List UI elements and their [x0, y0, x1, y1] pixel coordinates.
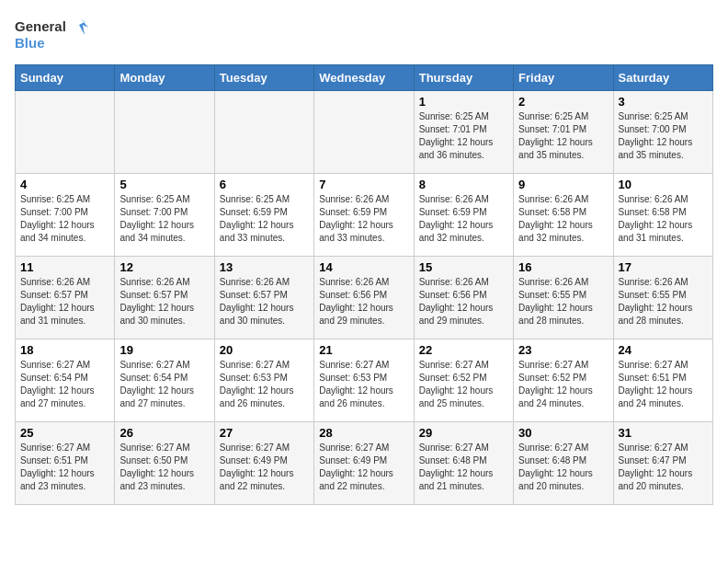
day-number: 13: [220, 260, 309, 274]
day-info: Sunrise: 6:27 AM Sunset: 6:53 PM Dayligh…: [220, 359, 309, 410]
calendar-cell: 2Sunrise: 6:25 AM Sunset: 7:01 PM Daylig…: [514, 91, 613, 174]
day-info: Sunrise: 6:27 AM Sunset: 6:54 PM Dayligh…: [20, 359, 109, 410]
calendar-cell: 25Sunrise: 6:27 AM Sunset: 6:51 PM Dayli…: [16, 422, 115, 505]
calendar-cell: 24Sunrise: 6:27 AM Sunset: 6:51 PM Dayli…: [613, 339, 712, 422]
day-number: 9: [518, 178, 608, 191]
calendar-cell: 22Sunrise: 6:27 AM Sunset: 6:52 PM Dayli…: [414, 339, 513, 422]
calendar-cell: [115, 91, 214, 174]
calendar-cell: 8Sunrise: 6:26 AM Sunset: 6:59 PM Daylig…: [414, 174, 513, 257]
day-number: 18: [20, 343, 109, 357]
day-number: 2: [518, 95, 608, 109]
day-number: 17: [619, 260, 708, 274]
day-info: Sunrise: 6:26 AM Sunset: 6:58 PM Dayligh…: [619, 193, 708, 245]
calendar-cell: 11Sunrise: 6:26 AM Sunset: 6:57 PM Dayli…: [16, 257, 115, 339]
calendar-cell: 5Sunrise: 6:25 AM Sunset: 7:00 PM Daylig…: [115, 174, 214, 257]
day-number: 26: [119, 426, 209, 440]
day-header-wednesday: Wednesday: [314, 65, 414, 91]
calendar-cell: 20Sunrise: 6:27 AM Sunset: 6:53 PM Dayli…: [214, 339, 313, 422]
week-row-5: 25Sunrise: 6:27 AM Sunset: 6:51 PM Dayli…: [16, 422, 713, 505]
svg-marker-2: [79, 18, 88, 35]
day-header-tuesday: Tuesday: [214, 65, 313, 91]
day-info: Sunrise: 6:27 AM Sunset: 6:48 PM Dayligh…: [518, 442, 608, 493]
calendar-cell: 28Sunrise: 6:27 AM Sunset: 6:49 PM Dayli…: [314, 422, 414, 505]
day-number: 25: [20, 426, 109, 440]
day-info: Sunrise: 6:26 AM Sunset: 6:55 PM Dayligh…: [518, 276, 608, 327]
day-number: 29: [419, 426, 508, 440]
calendar-cell: [214, 91, 313, 174]
day-number: 22: [419, 343, 508, 357]
day-number: 1: [419, 95, 508, 109]
day-info: Sunrise: 6:25 AM Sunset: 7:00 PM Dayligh…: [20, 193, 109, 245]
logo-svg: General Blue: [15, 15, 88, 55]
day-number: 19: [119, 343, 209, 357]
calendar-cell: 4Sunrise: 6:25 AM Sunset: 7:00 PM Daylig…: [16, 174, 115, 257]
day-number: 7: [319, 178, 408, 191]
day-number: 24: [619, 343, 708, 357]
day-info: Sunrise: 6:27 AM Sunset: 6:49 PM Dayligh…: [319, 442, 408, 493]
calendar-cell: [314, 91, 414, 174]
day-info: Sunrise: 6:27 AM Sunset: 6:53 PM Dayligh…: [319, 359, 408, 410]
day-info: Sunrise: 6:27 AM Sunset: 6:49 PM Dayligh…: [220, 442, 309, 493]
day-info: Sunrise: 6:26 AM Sunset: 6:58 PM Dayligh…: [518, 193, 608, 245]
day-info: Sunrise: 6:27 AM Sunset: 6:51 PM Dayligh…: [619, 359, 708, 410]
calendar-cell: 15Sunrise: 6:26 AM Sunset: 6:56 PM Dayli…: [414, 257, 513, 339]
day-number: 6: [220, 178, 309, 191]
header: General Blue: [15, 15, 713, 55]
calendar-cell: 6Sunrise: 6:25 AM Sunset: 6:59 PM Daylig…: [214, 174, 313, 257]
day-number: 20: [220, 343, 309, 357]
calendar-cell: [16, 91, 115, 174]
svg-text:Blue: Blue: [15, 35, 45, 51]
day-number: 12: [119, 260, 209, 274]
day-number: 31: [619, 426, 708, 440]
calendar-cell: 9Sunrise: 6:26 AM Sunset: 6:58 PM Daylig…: [514, 174, 613, 257]
day-info: Sunrise: 6:27 AM Sunset: 6:47 PM Dayligh…: [619, 442, 708, 493]
day-info: Sunrise: 6:27 AM Sunset: 6:48 PM Dayligh…: [419, 442, 508, 493]
day-number: 15: [419, 260, 508, 274]
day-number: 23: [518, 343, 608, 357]
calendar-cell: 23Sunrise: 6:27 AM Sunset: 6:52 PM Dayli…: [514, 339, 613, 422]
week-row-3: 11Sunrise: 6:26 AM Sunset: 6:57 PM Dayli…: [16, 257, 713, 339]
day-number: 30: [518, 426, 608, 440]
day-header-saturday: Saturday: [613, 65, 712, 91]
week-row-4: 18Sunrise: 6:27 AM Sunset: 6:54 PM Dayli…: [16, 339, 713, 422]
calendar-cell: 3Sunrise: 6:25 AM Sunset: 7:00 PM Daylig…: [613, 91, 712, 174]
week-row-2: 4Sunrise: 6:25 AM Sunset: 7:00 PM Daylig…: [16, 174, 713, 257]
day-info: Sunrise: 6:26 AM Sunset: 6:56 PM Dayligh…: [319, 276, 408, 327]
day-header-sunday: Sunday: [16, 65, 115, 91]
calendar-cell: 26Sunrise: 6:27 AM Sunset: 6:50 PM Dayli…: [115, 422, 214, 505]
day-header-friday: Friday: [514, 65, 613, 91]
day-number: 3: [619, 95, 708, 109]
calendar-cell: 18Sunrise: 6:27 AM Sunset: 6:54 PM Dayli…: [16, 339, 115, 422]
week-row-1: 1Sunrise: 6:25 AM Sunset: 7:01 PM Daylig…: [16, 91, 713, 174]
day-info: Sunrise: 6:25 AM Sunset: 7:00 PM Dayligh…: [119, 193, 209, 245]
calendar-cell: 7Sunrise: 6:26 AM Sunset: 6:59 PM Daylig…: [314, 174, 414, 257]
calendar-cell: 31Sunrise: 6:27 AM Sunset: 6:47 PM Dayli…: [613, 422, 712, 505]
calendar-table: SundayMondayTuesdayWednesdayThursdayFrid…: [15, 64, 713, 505]
calendar-cell: 29Sunrise: 6:27 AM Sunset: 6:48 PM Dayli…: [414, 422, 513, 505]
day-number: 21: [319, 343, 408, 357]
day-number: 16: [518, 260, 608, 274]
calendar-cell: 30Sunrise: 6:27 AM Sunset: 6:48 PM Dayli…: [514, 422, 613, 505]
day-info: Sunrise: 6:26 AM Sunset: 6:57 PM Dayligh…: [20, 276, 109, 327]
day-number: 27: [220, 426, 309, 440]
calendar-cell: 16Sunrise: 6:26 AM Sunset: 6:55 PM Dayli…: [514, 257, 613, 339]
day-info: Sunrise: 6:27 AM Sunset: 6:50 PM Dayligh…: [119, 442, 209, 493]
day-header-thursday: Thursday: [414, 65, 513, 91]
day-number: 10: [619, 178, 708, 191]
day-number: 11: [20, 260, 109, 274]
calendar-cell: 21Sunrise: 6:27 AM Sunset: 6:53 PM Dayli…: [314, 339, 414, 422]
calendar-cell: 14Sunrise: 6:26 AM Sunset: 6:56 PM Dayli…: [314, 257, 414, 339]
calendar-cell: 19Sunrise: 6:27 AM Sunset: 6:54 PM Dayli…: [115, 339, 214, 422]
day-info: Sunrise: 6:27 AM Sunset: 6:52 PM Dayligh…: [419, 359, 508, 410]
calendar-cell: 1Sunrise: 6:25 AM Sunset: 7:01 PM Daylig…: [414, 91, 513, 174]
day-number: 5: [119, 178, 209, 191]
header-row: SundayMondayTuesdayWednesdayThursdayFrid…: [16, 65, 713, 91]
day-info: Sunrise: 6:26 AM Sunset: 6:57 PM Dayligh…: [220, 276, 309, 327]
day-number: 14: [319, 260, 408, 274]
day-info: Sunrise: 6:26 AM Sunset: 6:55 PM Dayligh…: [619, 276, 708, 327]
svg-text:General: General: [15, 18, 66, 34]
day-info: Sunrise: 6:25 AM Sunset: 6:59 PM Dayligh…: [220, 193, 309, 245]
calendar-cell: 13Sunrise: 6:26 AM Sunset: 6:57 PM Dayli…: [214, 257, 313, 339]
calendar-cell: 17Sunrise: 6:26 AM Sunset: 6:55 PM Dayli…: [613, 257, 712, 339]
day-info: Sunrise: 6:26 AM Sunset: 6:59 PM Dayligh…: [319, 193, 408, 245]
